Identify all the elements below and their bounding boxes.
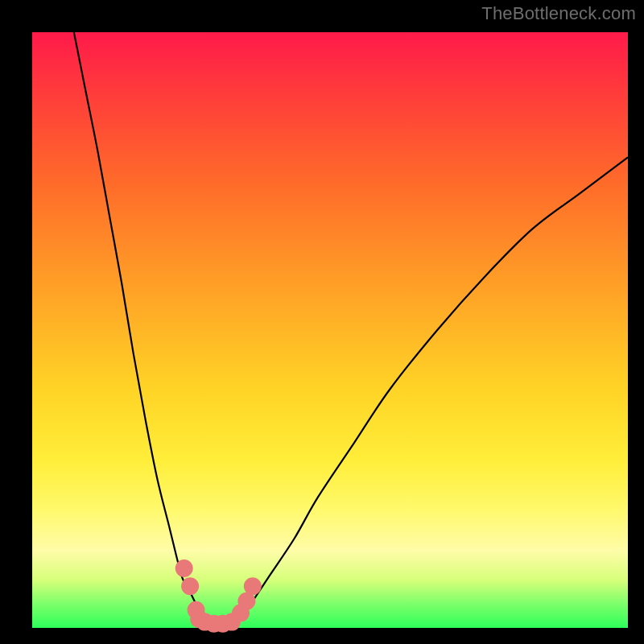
marker-dot (244, 577, 262, 595)
marker-dot (175, 559, 193, 577)
plot-area (32, 32, 628, 628)
bottom-markers (175, 559, 262, 633)
curves-svg (32, 32, 628, 628)
curve-right-branch (235, 157, 628, 621)
chart-frame: TheBottleneck.com (0, 0, 644, 644)
watermark-label: TheBottleneck.com (481, 3, 636, 24)
marker-dot (181, 577, 199, 595)
curve-left-branch (74, 32, 205, 622)
